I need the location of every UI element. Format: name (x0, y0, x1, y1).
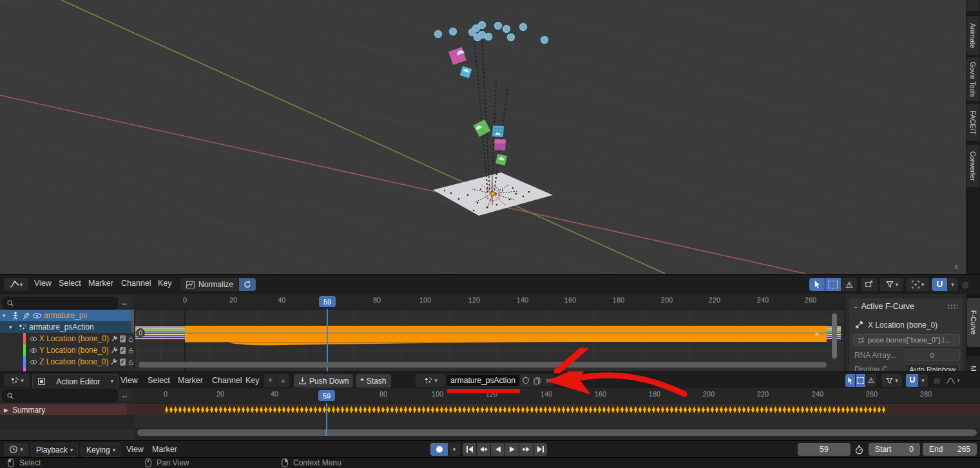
eye-icon[interactable] (30, 358, 37, 366)
dope-sheet-body[interactable]: ↔ 0 20 40 80 100 120 140 160 180 200 220… (0, 388, 980, 440)
playback-dropdown[interactable]: Playback ▾ (31, 443, 78, 457)
frame-channel-button[interactable] (861, 278, 878, 291)
disclosure-triangle-icon[interactable]: ▾ (9, 324, 15, 330)
fake-user-button[interactable] (520, 374, 531, 387)
menu-select[interactable]: Select (148, 375, 170, 386)
snap-options-button[interactable]: ▾ (918, 374, 928, 387)
disclosure-triangle-icon[interactable]: ▶ (4, 407, 8, 413)
sidebar-tab-fcurve[interactable]: F-Curve (966, 297, 980, 348)
jump-to-start-button[interactable] (463, 443, 476, 456)
snap-toggle-button[interactable] (906, 374, 918, 387)
play-reverse-button[interactable] (491, 443, 504, 456)
dope-hscrollbar[interactable] (137, 429, 977, 436)
menu-view[interactable]: View (126, 444, 144, 455)
panel-drag-handle-icon[interactable] (947, 304, 957, 310)
modifier-wrench-icon[interactable] (111, 346, 118, 355)
filter-button[interactable]: ▾ (880, 278, 903, 291)
tweak-tool-button[interactable] (809, 278, 825, 291)
pivot-point-button[interactable]: ▾ (906, 278, 929, 291)
sidebar-tab-govie-tools[interactable]: Govie Tools (966, 57, 979, 102)
stash-button[interactable]: * Stash (356, 374, 391, 388)
modifier-wrench-icon[interactable] (111, 334, 118, 343)
snap-toggle-button[interactable] (932, 278, 947, 291)
filter-invert-button[interactable]: ↔ (118, 389, 131, 401)
use-preview-range-button[interactable] (852, 443, 866, 456)
auto-keyframe-options-button[interactable]: ▾ (448, 443, 460, 456)
menu-key[interactable]: Key (245, 375, 260, 386)
channel-row-z-location[interactable]: Z Location (bone_0) ✓ (0, 356, 134, 368)
sidebar-tab-modifiers[interactable]: Modifiers (966, 356, 980, 371)
warning-button[interactable]: ⚠ (841, 278, 857, 291)
snap-options-button[interactable]: ▾ (947, 278, 958, 291)
panel-header[interactable]: ⌄ Active F-Curve (853, 302, 914, 311)
display-color-button[interactable]: Auto Rainbow (905, 364, 960, 371)
box-select-tool-button[interactable] (856, 374, 865, 387)
falloff-button[interactable]: ▾ (943, 374, 963, 387)
channel-row-armature-psaction[interactable]: ▾ armature_psAction (0, 321, 134, 333)
keying-dropdown[interactable]: Keying ▾ (81, 443, 120, 457)
channel-row-x-location[interactable]: X Location (bone_0) ✓ (0, 333, 134, 344)
channel-scrollbar[interactable] (131, 310, 134, 333)
channel-search-input[interactable] (2, 389, 119, 402)
menu-marker[interactable]: Marker (88, 277, 113, 289)
rna-path-field[interactable]: pose.bones["bone_0"].l... (853, 334, 960, 346)
unlock-icon[interactable] (128, 346, 134, 355)
graph-plot-area[interactable]: 0 20 40 80 100 120 140 160 180 200 220 2… (135, 294, 844, 371)
filter-invert-button[interactable]: ↔ (118, 297, 131, 308)
channel-enable-checkbox[interactable]: ✓ (120, 359, 126, 366)
editor-mode-select[interactable]: Action Editor ▾ (32, 374, 119, 389)
channel-enable-checkbox[interactable]: ✓ (120, 347, 126, 354)
sidebar-tab-faceit[interactable]: FACEIT (966, 103, 979, 142)
editor-type-graph-button[interactable]: ▾ (4, 278, 28, 291)
action-name-field[interactable]: armature_psAction (447, 374, 519, 387)
channel-row-armature-ps[interactable]: ▾ armature_ps (0, 310, 134, 321)
frame-end-field[interactable]: End 265 (923, 443, 977, 456)
warning-button[interactable]: ⚠ (866, 374, 876, 387)
menu-select[interactable]: Select (59, 277, 81, 289)
proportional-edit-button[interactable]: ◎ (932, 374, 942, 387)
modifier-wrench-icon[interactable] (110, 357, 117, 366)
menu-marker[interactable]: Marker (152, 444, 177, 455)
next-keyframe-button[interactable] (519, 443, 533, 456)
editor-type-dope-button[interactable]: ▾ (4, 374, 30, 387)
channel-row-y-location[interactable]: Y Location (bone_0) ✓ (0, 344, 134, 356)
current-frame-field[interactable]: 59 (798, 443, 850, 456)
summary-channel-row[interactable]: ▶ Summary (0, 404, 131, 415)
new-action-button[interactable] (532, 374, 543, 387)
dope-playhead-line[interactable] (326, 403, 327, 429)
editor-type-timeline-button[interactable]: ▾ (4, 443, 28, 456)
rna-array-value-field[interactable]: 0 (905, 350, 960, 361)
3d-viewport[interactable]: n Animate Govie Tools FACEIT Converter ∧ (0, 0, 980, 274)
eye-icon[interactable] (32, 312, 42, 320)
menu-key[interactable]: Key (158, 277, 172, 289)
eye-icon[interactable] (30, 346, 37, 355)
push-down-button[interactable]: Push Down (294, 374, 353, 388)
sidebar-tab-converter[interactable]: Converter (966, 144, 979, 188)
tweak-tool-button[interactable] (845, 374, 855, 387)
channel-enable-checkbox[interactable]: ✓ (120, 335, 126, 342)
unlock-icon[interactable] (128, 358, 134, 366)
playhead-frame-badge[interactable]: 59 (319, 296, 336, 307)
normalize-toggle[interactable]: Normalize (180, 278, 238, 291)
unlink-action-button[interactable]: × (543, 374, 553, 387)
eye-icon[interactable] (30, 335, 37, 343)
action-browse-button[interactable]: ▾ (416, 374, 445, 387)
play-button[interactable] (505, 443, 519, 456)
summary-keyframe-track[interactable] (127, 404, 980, 415)
filter-button[interactable]: ▾ (881, 374, 902, 387)
menu-view[interactable]: View (34, 277, 52, 289)
graph-hscrollbar[interactable] (139, 362, 827, 368)
proportional-edit-button[interactable]: ◎ (961, 278, 969, 291)
frame-start-field[interactable]: Start 0 (869, 443, 920, 456)
box-select-tool-button[interactable] (825, 278, 841, 291)
panel-collapse-chevron-icon[interactable]: ⌄ (853, 303, 858, 310)
move-channel-up-button[interactable]: ▲ (277, 374, 289, 387)
graph-vscrollbar[interactable] (832, 314, 837, 359)
unlock-icon[interactable] (128, 335, 134, 343)
auto-normalize-refresh-button[interactable] (239, 278, 256, 291)
disclosure-triangle-icon[interactable]: ▾ (3, 312, 9, 319)
menu-marker[interactable]: Marker (178, 375, 203, 386)
graph-ruler[interactable]: 0 20 40 80 100 120 140 160 180 200 220 2… (135, 294, 844, 310)
jump-to-end-button[interactable] (533, 443, 547, 456)
dope-ruler[interactable]: 0 20 40 80 100 120 140 160 180 200 220 2… (135, 388, 980, 404)
